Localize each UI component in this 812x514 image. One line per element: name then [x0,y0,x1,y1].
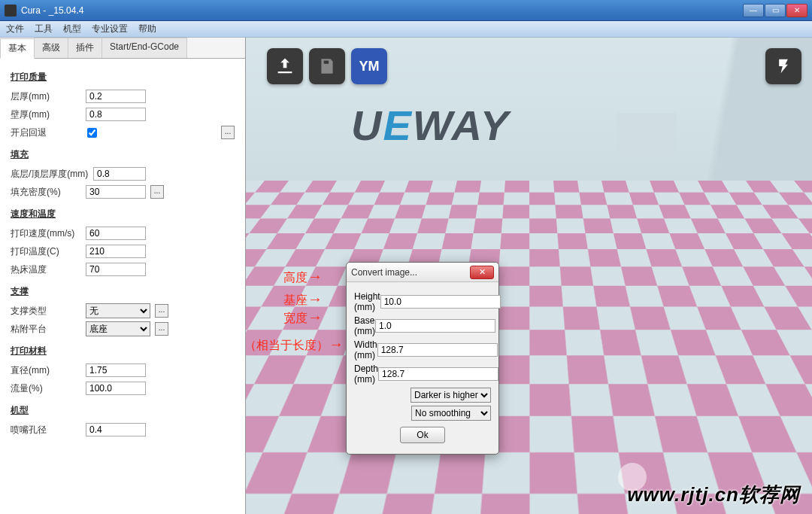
fill-more-button[interactable]: ... [150,185,164,199]
section-material: 打印材料 [11,345,235,357]
print-temp-input[interactable] [86,245,146,258]
tab-plugins[interactable]: 插件 [68,38,102,58]
diameter-input[interactable] [86,363,146,377]
dlg-smooth-select[interactable]: No smoothing [411,406,491,421]
menu-file[interactable]: 文件 [6,23,24,35]
print-speed-input[interactable] [86,227,146,240]
bed-temp-input[interactable] [86,263,146,276]
print-speed-label: 打印速度(mm/s) [11,227,86,240]
settings-sidebar: 基本 高级 插件 Start/End-GCode 打印质量 层厚(mm) 壁厚(… [0,38,246,514]
dlg-depth-label: Depth (mm) [354,363,378,385]
load-model-button[interactable] [267,48,303,84]
top-bottom-label: 底层/顶层厚度(mm) [11,168,93,181]
save-icon [317,56,337,76]
section-fill: 填充 [11,148,235,161]
nozzle-label: 喷嘴孔径 [11,424,86,436]
print-temp-label: 打印温度(C) [11,245,86,258]
retraction-label: 开启回退 [11,126,86,139]
ym-button[interactable]: YM [351,48,387,84]
minimize-button[interactable]: — [743,4,764,17]
annotation-height: 高度→ [283,268,323,286]
tab-gcode[interactable]: Start/End-GCode [102,38,187,58]
load-icon [274,56,295,77]
support-type-label: 支撑类型 [11,305,86,318]
wall-thickness-input[interactable] [86,108,146,121]
nozzle-input[interactable] [86,423,146,436]
annotation-depth: 深度（相当于长度）→ [246,336,344,354]
fill-density-label: 填充密度(%) [11,186,86,199]
menu-bar: 文件 工具 机型 专业设置 帮助 [0,21,812,38]
dlg-width-label: Width (mm) [354,339,377,360]
annotation-base: 基座→ [283,290,323,309]
settings-tabs: 基本 高级 插件 Start/End-GCode [0,38,245,59]
window-titlebar: Cura - _15.04.4 — ▭ ✕ [0,0,812,21]
layer-height-label: 层厚(mm) [11,90,86,103]
diameter-label: 直径(mm) [11,364,86,377]
dlg-height-label: Height (mm) [354,291,380,312]
dialog-title: Convert image... [351,267,470,278]
adhesion-select[interactable]: 底座 [86,321,150,336]
tab-advanced[interactable]: 高级 [34,38,68,58]
scene-logo: UEWAY [351,101,510,150]
view-icon [773,56,794,77]
view-mode-button[interactable] [765,48,801,84]
dlg-base-input[interactable] [375,319,495,333]
bed-temp-label: 热床温度 [11,263,86,276]
adhesion-more-button[interactable]: ... [155,322,168,336]
section-support: 支撑 [11,285,235,298]
close-button[interactable]: ✕ [786,4,807,17]
menu-machine[interactable]: 机型 [63,23,81,35]
dlg-mode-select[interactable]: Darker is higher [411,388,491,403]
watermark-text: www.rjtj.cn软荐网 [627,482,800,508]
dialog-close-button[interactable]: ✕ [470,266,494,279]
dlg-base-label: Base (mm) [354,315,375,336]
retraction-more-button[interactable]: ... [221,126,235,139]
window-title: Cura - _15.04.4 [21,5,743,16]
wall-thickness-label: 壁厚(mm) [11,108,86,121]
menu-tools[interactable]: 工具 [35,23,53,35]
ym-label: YM [359,59,380,75]
annotation-width: 宽度→ [283,309,323,327]
support-type-select[interactable]: 无 [86,303,150,318]
dlg-height-input[interactable] [380,295,501,309]
tab-basic[interactable]: 基本 [0,38,35,59]
top-bottom-input[interactable] [93,167,146,181]
fill-density-input[interactable] [86,185,146,199]
dlg-width-input[interactable] [377,343,498,357]
flow-label: 流量(%) [11,382,86,395]
maximize-button[interactable]: ▭ [765,4,786,17]
flow-input[interactable] [86,382,146,395]
3d-viewport[interactable]: UEWAY YM 高度→ 基座→ 宽度→ 深度（相当于长度）→ www.rjtj… [246,38,812,514]
section-machine: 机型 [11,404,235,417]
save-button[interactable] [309,48,345,84]
dlg-depth-input[interactable] [378,367,498,381]
menu-expert[interactable]: 专业设置 [92,23,128,35]
adhesion-label: 粘附平台 [11,323,86,336]
app-icon [5,5,17,17]
section-print-quality: 打印质量 [11,71,235,84]
convert-image-dialog: Convert image... ✕ Height (mm) Base (mm)… [346,262,499,455]
support-more-button[interactable]: ... [155,304,168,318]
dlg-ok-button[interactable]: Ok [400,427,445,443]
section-speed-temp: 速度和温度 [11,208,235,221]
layer-height-input[interactable] [86,90,146,103]
retraction-checkbox[interactable] [87,128,97,138]
scene-wall-panel [617,113,677,158]
menu-help[interactable]: 帮助 [138,23,156,35]
